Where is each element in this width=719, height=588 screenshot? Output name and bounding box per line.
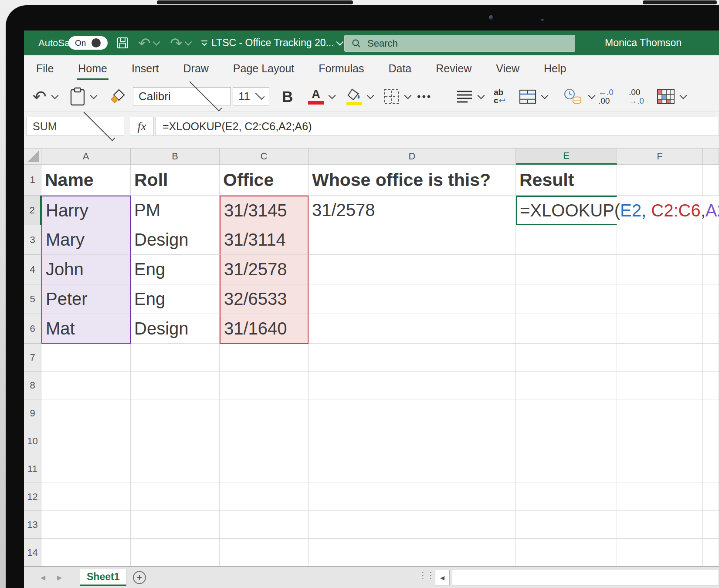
cell-E4[interactable] <box>516 255 617 284</box>
cell-B9[interactable] <box>131 399 220 427</box>
cell-G14[interactable] <box>703 539 719 567</box>
cell-E10[interactable] <box>516 427 617 455</box>
borders-button[interactable] <box>383 81 410 112</box>
cell-E14[interactable] <box>516 539 617 567</box>
cell-G12[interactable] <box>703 483 719 511</box>
cell-G13[interactable] <box>703 511 719 539</box>
cell-F11[interactable] <box>617 455 703 483</box>
cell-A3[interactable]: Mary <box>41 225 131 255</box>
menu-view[interactable]: View <box>495 55 521 81</box>
cell-F1[interactable] <box>617 165 703 196</box>
menu-page-layout[interactable]: Page Layout <box>232 55 295 81</box>
cell-E13[interactable] <box>516 511 617 539</box>
cell-B14[interactable] <box>131 539 220 567</box>
cell-C10[interactable] <box>220 427 309 455</box>
cell-G9[interactable] <box>703 399 719 427</box>
cell-C5[interactable]: 32/6533 <box>220 284 309 314</box>
cell-G10[interactable] <box>703 427 719 455</box>
cell-A12[interactable] <box>41 483 131 511</box>
alignment-button[interactable] <box>456 81 484 112</box>
column-header-F[interactable]: F <box>617 149 703 165</box>
prev-sheet-arrow-icon[interactable] <box>41 567 45 588</box>
cell-D6[interactable] <box>309 314 516 344</box>
cell-B4[interactable]: Eng <box>131 255 220 284</box>
column-header-E[interactable]: E <box>516 149 617 165</box>
menu-review[interactable]: Review <box>434 55 473 81</box>
cell-A7[interactable] <box>41 344 131 372</box>
cell-F10[interactable] <box>617 427 703 455</box>
decrease-decimal-button[interactable]: .00 →.0 <box>629 81 644 112</box>
cell-B3[interactable]: Design <box>131 225 220 255</box>
cell-D1[interactable]: Whose office is this? <box>309 165 516 196</box>
merge-center-button[interactable] <box>519 81 547 112</box>
scrollbar-resize-handle[interactable] <box>418 570 434 581</box>
bold-button[interactable]: B <box>282 81 293 112</box>
menu-home[interactable]: Home <box>77 55 109 81</box>
cell-G8[interactable] <box>703 372 719 399</box>
cell-C2[interactable]: 31/3145 <box>220 196 309 225</box>
cell-A2[interactable]: Harry <box>41 196 131 225</box>
cell-D14[interactable] <box>309 539 516 567</box>
cell-A13[interactable] <box>41 511 131 539</box>
row-header-1[interactable]: 1 <box>24 165 41 196</box>
cell-D9[interactable] <box>309 399 516 427</box>
undo-button[interactable] <box>33 81 58 112</box>
row-header-10[interactable]: 10 <box>24 427 41 455</box>
next-sheet-arrow-icon[interactable] <box>57 567 62 588</box>
cell-G7[interactable] <box>703 344 719 372</box>
cell-E9[interactable] <box>516 399 617 427</box>
row-header-4[interactable]: 4 <box>24 255 41 284</box>
cell-F9[interactable] <box>617 399 703 427</box>
cell-E1[interactable]: Result <box>516 165 617 196</box>
cell-D7[interactable] <box>309 344 516 372</box>
user-name[interactable]: Monica Thomson <box>605 30 682 55</box>
cell-A5[interactable]: Peter <box>41 284 131 314</box>
row-header-6[interactable]: 6 <box>24 314 41 344</box>
cell-E6[interactable] <box>516 314 617 344</box>
cell-F14[interactable] <box>617 539 703 567</box>
cell-C7[interactable] <box>220 344 309 372</box>
cell-A9[interactable] <box>41 399 131 427</box>
cell-D12[interactable] <box>309 483 516 511</box>
cell-C11[interactable] <box>220 455 309 483</box>
font-size-select[interactable]: 11 <box>233 87 269 105</box>
menu-help[interactable]: Help <box>543 55 567 81</box>
cell-E8[interactable] <box>516 372 617 399</box>
name-box[interactable]: SUM <box>26 117 124 136</box>
cell-D2[interactable]: 31/2578 <box>309 196 516 225</box>
horizontal-scrollbar[interactable] <box>452 570 719 585</box>
cell-F3[interactable] <box>617 225 703 255</box>
scroll-left-button[interactable] <box>435 570 450 585</box>
number-format-button[interactable] <box>563 81 594 112</box>
cell-G5[interactable] <box>703 284 719 314</box>
save-icon[interactable] <box>117 37 129 49</box>
cell-E5[interactable] <box>516 284 617 314</box>
insert-function-button[interactable]: fx <box>130 117 154 136</box>
cell-C3[interactable]: 31/3114 <box>220 225 309 255</box>
cell-F5[interactable] <box>617 284 703 314</box>
row-header-3[interactable]: 3 <box>24 225 41 255</box>
cell-E7[interactable] <box>516 344 617 372</box>
cell-F8[interactable] <box>617 372 703 399</box>
paste-button[interactable] <box>70 81 96 112</box>
cell-A4[interactable]: John <box>41 255 131 284</box>
cell-G3[interactable] <box>703 225 719 255</box>
cell-F12[interactable] <box>617 483 703 511</box>
column-header-B[interactable]: B <box>131 149 220 165</box>
more-font-options-button[interactable]: ••• <box>417 81 432 112</box>
menu-formulas[interactable]: Formulas <box>317 55 365 81</box>
cell-C12[interactable] <box>220 483 309 511</box>
wrap-text-button[interactable]: ab c <box>494 81 506 112</box>
cell-B7[interactable] <box>131 344 220 372</box>
menu-data[interactable]: Data <box>387 55 413 81</box>
format-painter-button[interactable] <box>109 81 127 112</box>
cell-A11[interactable] <box>41 455 131 483</box>
redo-button[interactable] <box>170 30 191 55</box>
menu-insert[interactable]: Insert <box>130 55 160 81</box>
cell-D8[interactable] <box>309 372 516 399</box>
formula-input[interactable]: =XLOOKUP(E2, C2:C6,A2;A6) <box>155 117 719 136</box>
cell-D13[interactable] <box>309 511 516 539</box>
cell-E12[interactable] <box>516 483 617 511</box>
cell-A6[interactable]: Mat <box>41 314 131 344</box>
cell-B1[interactable]: Roll <box>131 165 220 196</box>
